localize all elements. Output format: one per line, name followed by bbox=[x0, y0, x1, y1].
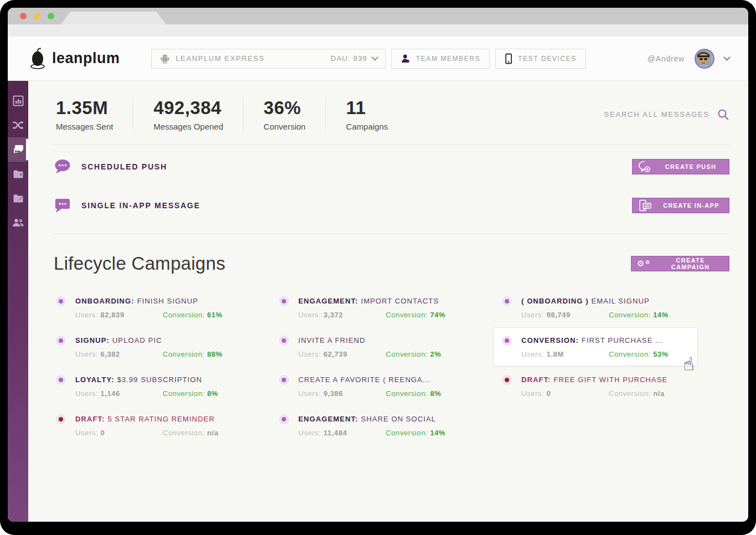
campaign-item-hovered[interactable]: CONVERSION:FIRST PURCHASE ... Users: 1.8… bbox=[493, 327, 698, 366]
campaign-item[interactable]: CREATE A FAVORITE ( REENGA... Users: 9,3… bbox=[279, 375, 464, 398]
campaign-title: CREATE A FAVORITE ( REENGA... bbox=[298, 375, 431, 384]
stat-label: Campaigns bbox=[346, 122, 388, 131]
create-campaign-button[interactable]: ⚙⚙ CREATE CAMPAIGN bbox=[631, 256, 729, 271]
status-dot-active bbox=[56, 296, 66, 306]
campaign-column-2: ENGAGEMENT:IMPORT CONTACTS Users: 3,372 … bbox=[279, 296, 464, 437]
campaign-column-3: ( ONBOARDING )EMAIL SIGNUP Users: 98,749… bbox=[502, 296, 687, 437]
campaign-title: INVITE A FRIEND bbox=[298, 336, 365, 344]
campaign-prefix: ENGAGEMENT: bbox=[298, 297, 358, 305]
stat-campaigns: 11 Campaigns bbox=[346, 97, 408, 131]
bar-chart-icon bbox=[13, 95, 24, 106]
campaign-item[interactable]: ENGAGEMENT:SHARE ON SOCIAL Users: 11,484… bbox=[279, 414, 464, 437]
campaign-prefix: LOYALTY: bbox=[75, 375, 115, 384]
gears-icon: ⚙⚙ bbox=[637, 260, 651, 268]
dau-dropdown[interactable]: DAU: 939 bbox=[331, 54, 377, 63]
campaign-item[interactable]: LOYALTY:$3.99 SUBSCRIPTION Users: 1,146 … bbox=[56, 375, 241, 398]
status-dot-active bbox=[56, 336, 66, 346]
campaign-item-draft[interactable]: DRAFT:5 STAR RATING REMINDER Users: 0 Co… bbox=[56, 414, 241, 437]
campaign-users: Users: 62,739 bbox=[298, 350, 386, 358]
stat-value: 36% bbox=[263, 97, 305, 119]
sidebar-item-folder-top[interactable] bbox=[8, 162, 28, 186]
stat-value: 492,384 bbox=[153, 97, 223, 119]
campaign-prefix: ( ONBOARDING ) bbox=[521, 297, 589, 305]
campaign-prefix: CONVERSION: bbox=[521, 336, 579, 344]
create-push-button[interactable]: CREATE PUSH bbox=[632, 159, 729, 174]
campaign-conversion: Conversion: 8% bbox=[163, 389, 218, 398]
campaign-title: 5 STAR RATING REMINDER bbox=[108, 415, 215, 423]
shuffle-icon bbox=[12, 120, 24, 130]
campaign-prefix: ENGAGEMENT: bbox=[298, 415, 358, 423]
app-selector[interactable]: LEANPLUM EXPRESS DAU: 939 bbox=[151, 49, 386, 69]
campaign-title: SHARE ON SOCIAL bbox=[361, 415, 436, 423]
campaign-prefix: DRAFT: bbox=[521, 375, 551, 384]
campaign-title: FREE GIFT WITH PURCHASE bbox=[554, 375, 668, 384]
search-icon bbox=[717, 109, 729, 121]
campaign-title: UPLOAD PIC bbox=[112, 336, 162, 344]
campaign-users: Users: 6,382 bbox=[75, 350, 163, 358]
single-in-app-row: SINGLE IN-APP MESSAGE CREATE IN-APP bbox=[28, 188, 748, 227]
zoom-button[interactable] bbox=[48, 13, 54, 19]
browser-tab[interactable] bbox=[61, 12, 166, 24]
chevron-down-icon[interactable] bbox=[723, 54, 731, 61]
stat-label: Conversion bbox=[263, 122, 305, 131]
status-dot-draft bbox=[502, 375, 512, 385]
campaign-conversion: Conversion: n/a bbox=[163, 429, 219, 437]
campaign-item-draft[interactable]: DRAFT:FREE GIFT WITH PURCHASE Users: 0 C… bbox=[502, 375, 687, 398]
campaign-prefix: DRAFT: bbox=[75, 415, 105, 423]
create-in-app-button[interactable]: CREATE IN-APP bbox=[632, 198, 729, 213]
cursor-pointer-icon: ☝ bbox=[682, 354, 695, 374]
chat-bubble-square-icon bbox=[54, 197, 71, 214]
sidebar-item-analytics[interactable] bbox=[8, 89, 28, 113]
device-frame: leanplum LEANPLUM EXPRESS DAU: 939 bbox=[0, 0, 756, 535]
app-name: LEANPLUM EXPRESS bbox=[176, 54, 265, 63]
sidebar-item-folder-bottom[interactable] bbox=[8, 186, 28, 210]
campaign-conversion: Conversion: 14% bbox=[386, 429, 446, 437]
campaign-users: Users: 82,839 bbox=[75, 311, 163, 319]
campaign-users: Users: 0 bbox=[75, 429, 163, 437]
campaign-conversion: Conversion: 2% bbox=[386, 350, 441, 358]
minimize-button[interactable] bbox=[34, 13, 40, 19]
campaign-prefix: ONBOARDING: bbox=[75, 297, 134, 305]
campaign-conversion: Conversion: 61% bbox=[163, 311, 222, 319]
status-dot-active bbox=[56, 375, 66, 385]
campaign-item[interactable]: SIGNUP:UPLOAD PIC Users: 6,382 Conversio… bbox=[56, 336, 241, 358]
test-devices-label: TEST DEVICES bbox=[518, 55, 577, 63]
campaign-conversion: Conversion: 53% bbox=[609, 350, 669, 358]
campaign-title: FINISH SIGNUP bbox=[137, 297, 198, 305]
avatar[interactable] bbox=[695, 49, 714, 69]
campaign-conversion: Conversion: 8% bbox=[386, 389, 441, 398]
campaign-item[interactable]: ENGAGEMENT:IMPORT CONTACTS Users: 3,372 … bbox=[279, 296, 464, 319]
stat-value: 1.35M bbox=[56, 97, 113, 119]
campaign-title: FIRST PURCHASE ... bbox=[582, 336, 663, 344]
campaign-item[interactable]: INVITE A FRIEND Users: 62,739 Conversion… bbox=[279, 336, 464, 358]
chat-bubble-round-icon bbox=[54, 158, 71, 175]
leanplum-logo[interactable]: leanplum bbox=[30, 48, 120, 70]
campaign-title: EMAIL SIGNUP bbox=[592, 297, 650, 305]
close-button[interactable] bbox=[20, 13, 27, 19]
campaign-users: Users: 3,372 bbox=[298, 311, 386, 319]
campaign-item[interactable]: ( ONBOARDING )EMAIL SIGNUP Users: 98,749… bbox=[502, 296, 687, 319]
sidebar-item-ab-tests[interactable] bbox=[8, 113, 28, 137]
main-content: 1.35M Messages Sent 492,384 Messages Ope… bbox=[28, 81, 748, 522]
dau-value: DAU: 939 bbox=[331, 54, 367, 63]
stat-label: Messages Sent bbox=[56, 122, 113, 131]
sidebar bbox=[8, 81, 28, 522]
team-members-button[interactable]: TEAM MEMBERS bbox=[391, 49, 490, 69]
in-app-phone-icon bbox=[638, 199, 653, 212]
folder-icon bbox=[13, 194, 24, 203]
campaign-users: Users: 9,386 bbox=[298, 389, 386, 398]
sidebar-item-messaging[interactable] bbox=[8, 137, 28, 162]
plum-icon bbox=[30, 48, 48, 70]
search-all-messages[interactable]: SEARCH ALL MESSAGES bbox=[604, 109, 730, 121]
stat-conversion: 36% Conversion bbox=[263, 97, 326, 131]
users-icon bbox=[12, 218, 24, 228]
campaign-prefix: SIGNUP: bbox=[75, 336, 110, 344]
campaign-users: Users: 0 bbox=[521, 389, 609, 398]
campaign-item[interactable]: ONBOARDING:FINISH SIGNUP Users: 82,839 C… bbox=[56, 296, 241, 319]
test-devices-button[interactable]: TEST DEVICES bbox=[495, 49, 586, 69]
sidebar-item-audiences[interactable] bbox=[8, 210, 28, 235]
search-label: SEARCH ALL MESSAGES bbox=[604, 110, 710, 119]
chevron-down-icon bbox=[371, 54, 379, 61]
stat-messages-sent: 1.35M Messages Sent bbox=[56, 97, 133, 131]
lifecycle-title: Lifecycle Campaigns bbox=[54, 253, 225, 274]
